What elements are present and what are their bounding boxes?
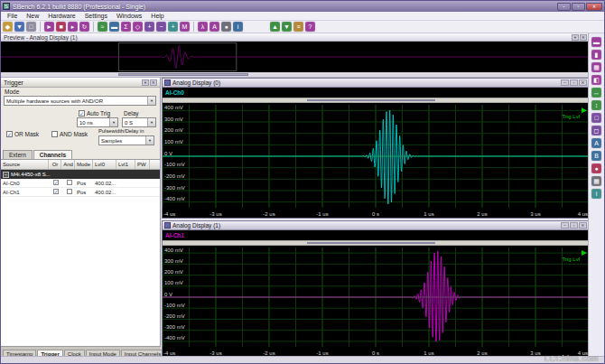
cursor-a-icon[interactable]: A bbox=[591, 138, 601, 148]
arrange-vertical-icon[interactable]: ▮ bbox=[591, 50, 601, 60]
close-button[interactable]: ✕ bbox=[586, 3, 602, 11]
channel-label[interactable]: AI-Ch1 bbox=[165, 232, 184, 238]
stop-acquisition-icon[interactable]: ■ bbox=[56, 22, 66, 32]
and-mask-checkbox[interactable] bbox=[51, 131, 58, 137]
print-icon[interactable]: □ bbox=[26, 22, 36, 32]
table-row[interactable]: AI-Ch1✓Pos400.02... bbox=[1, 188, 160, 197]
zoom-window-icon[interactable]: □ bbox=[591, 113, 601, 123]
column-header-and[interactable]: And bbox=[61, 160, 75, 169]
delay-field[interactable]: 0 S ▼ bbox=[122, 117, 156, 127]
menu-item-hardware[interactable]: Hardware bbox=[43, 13, 79, 19]
tab-channels[interactable]: Channels bbox=[33, 150, 72, 159]
column-header-lvl1[interactable]: Lvl1 bbox=[116, 160, 135, 169]
column-header-mode[interactable]: Mode bbox=[75, 160, 93, 169]
or-checkbox[interactable]: ✓ bbox=[53, 189, 59, 194]
menu-item-windows[interactable]: Windows bbox=[112, 13, 146, 19]
cell-and bbox=[61, 180, 75, 186]
table-row[interactable]: AI-Ch0✓Pos400.02... bbox=[1, 179, 160, 188]
cursor-b-icon[interactable]: B bbox=[591, 151, 601, 161]
display-titlebar[interactable]: Analog Display (0) – ▫ ✕ bbox=[163, 79, 589, 88]
display-pin-button[interactable]: – bbox=[561, 79, 569, 86]
full-view-icon[interactable]: ◻ bbox=[591, 126, 601, 135]
calc-function-icon[interactable]: λ bbox=[198, 22, 208, 32]
maximize-button[interactable]: ▫ bbox=[572, 3, 585, 11]
or-checkbox[interactable]: ✓ bbox=[53, 180, 59, 185]
timebase-select[interactable]: 10 ns ▼ bbox=[77, 117, 118, 127]
tile-displays-icon[interactable]: ▦ bbox=[591, 62, 601, 72]
display-close-button[interactable]: ✕ bbox=[579, 79, 587, 86]
settings-icon[interactable]: ● bbox=[221, 22, 231, 32]
info-icon[interactable]: i bbox=[233, 22, 243, 32]
samples-select[interactable]: Samples ▼ bbox=[98, 135, 154, 145]
plot-area[interactable]: 400 mV300 mV200 mV100 mV0 V-100 mV-200 m… bbox=[163, 246, 589, 357]
zoom-y-icon[interactable]: ↕ bbox=[591, 100, 601, 110]
analog-display-icon[interactable]: ≈ bbox=[98, 22, 107, 32]
report-icon[interactable]: ≡ bbox=[293, 22, 303, 32]
grid-toggle-icon[interactable]: ▦ bbox=[591, 176, 601, 186]
preview-scroll-thumb[interactable] bbox=[118, 73, 247, 76]
preview-area[interactable] bbox=[1, 42, 590, 72]
zoom-in-icon[interactable]: + bbox=[144, 22, 154, 32]
menu-item-new[interactable]: New bbox=[22, 13, 43, 19]
trigger-panel-header[interactable]: Trigger ▾ ✕ bbox=[1, 78, 160, 88]
menu-item-file[interactable]: File bbox=[3, 13, 22, 19]
channel-tab-row[interactable]: AI-Ch0 bbox=[163, 88, 589, 98]
zoom-out-icon[interactable]: − bbox=[156, 22, 166, 32]
trigger-mode-select[interactable]: Multiple hardware sources with AND/OR ▼ bbox=[4, 96, 156, 106]
preview-float-button[interactable]: ▾ bbox=[572, 34, 579, 41]
xy-display-icon[interactable]: ◇ bbox=[133, 22, 143, 32]
help-icon[interactable]: ? bbox=[305, 22, 315, 32]
column-header-or[interactable]: Or bbox=[49, 160, 61, 169]
save-project-icon[interactable]: ▼ bbox=[14, 22, 24, 32]
export-data-icon[interactable]: ▲ bbox=[270, 22, 280, 32]
chevron-down-icon: ▼ bbox=[145, 136, 154, 145]
menu-item-help[interactable]: Help bbox=[146, 13, 168, 19]
arrange-horizontal-icon[interactable]: ▬ bbox=[591, 37, 601, 47]
scroll-thumb[interactable] bbox=[307, 99, 435, 101]
digital-display-icon[interactable]: ▬ bbox=[109, 22, 119, 32]
table-group-row[interactable]: −M4i.4450-x8 S... bbox=[1, 170, 160, 179]
display-close-button[interactable]: ✕ bbox=[579, 222, 587, 229]
snapshot-icon[interactable]: ● bbox=[591, 163, 601, 173]
single-acquisition-icon[interactable]: ▸ bbox=[68, 22, 78, 32]
cursor-icon[interactable]: + bbox=[168, 22, 178, 32]
fft-display-icon[interactable]: Σ bbox=[121, 22, 131, 32]
cascade-displays-icon[interactable]: ◧ bbox=[591, 75, 601, 85]
display-pin-button[interactable]: – bbox=[561, 222, 569, 229]
minimize-button[interactable]: – bbox=[557, 3, 571, 11]
start-acquisition-icon[interactable]: ► bbox=[44, 22, 54, 32]
column-header-lvl0[interactable]: Lvl0 bbox=[93, 160, 116, 169]
zoom-x-icon[interactable]: ↔ bbox=[591, 88, 601, 98]
panel-float-button[interactable]: ▾ bbox=[142, 79, 149, 86]
import-data-icon[interactable]: ▼ bbox=[282, 22, 292, 32]
preview-header[interactable]: Preview - Analog Display (1) ▾ ✕ bbox=[1, 33, 590, 42]
auto-trig-checkbox[interactable]: ✓ bbox=[79, 110, 85, 117]
display-titlebar[interactable]: Analog Display (1) – ▫ ✕ bbox=[163, 221, 589, 230]
channel-label[interactable]: AI-Ch0 bbox=[165, 89, 184, 96]
channel-tab-row[interactable]: AI-Ch1 bbox=[163, 230, 589, 240]
svg-text:-100 mV: -100 mV bbox=[164, 303, 185, 308]
open-project-icon[interactable]: ◆ bbox=[3, 22, 13, 32]
loop-acquisition-icon[interactable]: ↻ bbox=[79, 22, 89, 32]
panel-close-button[interactable]: ✕ bbox=[150, 79, 157, 86]
waveform-plot: 400 mV300 mV200 mV100 mV0 V-100 mV-200 m… bbox=[163, 246, 589, 357]
preview-close-button[interactable]: ✕ bbox=[580, 34, 587, 41]
measure-icon[interactable]: M bbox=[180, 22, 190, 32]
svg-text:-2 us: -2 us bbox=[263, 350, 275, 356]
menu-item-settings[interactable]: Settings bbox=[80, 13, 112, 19]
info-display-icon[interactable]: i bbox=[591, 189, 601, 199]
and-checkbox[interactable] bbox=[67, 180, 72, 185]
display-maximize-button[interactable]: ▫ bbox=[570, 79, 578, 86]
tab-extern[interactable]: Extern bbox=[3, 150, 33, 159]
display-maximize-button[interactable]: ▫ bbox=[570, 222, 578, 229]
column-header-pw[interactable]: PW bbox=[135, 160, 150, 169]
and-checkbox[interactable] bbox=[67, 189, 72, 194]
collapse-icon[interactable]: − bbox=[3, 172, 9, 178]
svg-text:2 us: 2 us bbox=[477, 350, 487, 356]
or-mask-checkbox[interactable]: ✓ bbox=[6, 131, 13, 137]
scroll-thumb[interactable] bbox=[307, 242, 435, 244]
title-bar[interactable]: S SBench 6.2.1 build 8880 (Professional … bbox=[1, 1, 604, 12]
plot-area[interactable]: 400 mV300 mV200 mV100 mV0 V-100 mV-200 m… bbox=[163, 103, 589, 218]
column-header-source[interactable]: Source bbox=[1, 160, 49, 169]
average-icon[interactable]: A bbox=[209, 22, 219, 32]
